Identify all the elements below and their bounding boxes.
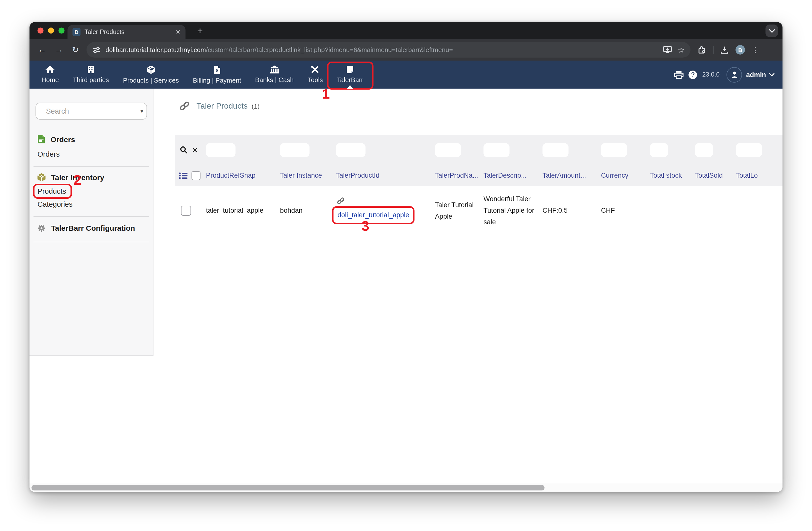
minimize-window-button[interactable]	[48, 28, 54, 33]
downloads-button[interactable]	[721, 46, 728, 54]
chevron-down-icon	[769, 29, 775, 33]
close-tab-icon[interactable]: ✕	[175, 29, 180, 36]
extensions-button[interactable]	[697, 45, 706, 54]
column-header[interactable]: Currency	[601, 172, 650, 179]
select-all-checkbox[interactable]	[191, 171, 201, 180]
new-tab-button[interactable]: +	[193, 25, 206, 38]
column-header[interactable]: ProductRefSnap	[206, 172, 280, 179]
column-header[interactable]: TalerProductId	[336, 172, 435, 179]
version-label: 23.0.0	[702, 71, 720, 78]
site-settings-icon[interactable]	[92, 46, 101, 53]
sidebar-link-categories[interactable]: Categories	[38, 200, 72, 208]
nav-item-billing-payment[interactable]: $ Billing | Payment	[186, 60, 248, 88]
sidebar-section-taler-inventory[interactable]: Taler Inventory	[38, 173, 153, 182]
filter-input-talerprodname[interactable]	[435, 143, 461, 157]
cell-currency: CHF	[601, 205, 650, 216]
top-menu-items: Home Third parties	[29, 60, 370, 88]
tools-icon	[311, 66, 319, 73]
nav-item-home[interactable]: Home	[34, 60, 66, 88]
print-icon[interactable]	[674, 70, 684, 79]
bookmark-star-icon[interactable]: ☆	[678, 45, 684, 54]
username-label[interactable]: admin	[746, 71, 766, 78]
row-checkbox[interactable]	[181, 206, 191, 215]
top-menu-right: ? 23.0.0 admin	[674, 60, 783, 88]
browser-menu-button[interactable]: ⋮	[752, 45, 759, 54]
sidebar-search-box[interactable]: ▾	[35, 102, 147, 120]
user-menu-chevron[interactable]	[769, 73, 774, 76]
sidebar-link-orders[interactable]: Orders	[38, 150, 60, 158]
reload-button[interactable]: ↻	[68, 45, 84, 55]
result-count: (1)	[252, 102, 260, 110]
cell-taler-instance: bohdan	[280, 205, 336, 216]
taler-product-link[interactable]: doli_taler_tutorial_apple	[337, 211, 409, 219]
tab-search-button[interactable]	[766, 25, 778, 37]
filter-input-taler-instance[interactable]	[280, 143, 309, 157]
annotation-step-2: 2	[73, 172, 81, 188]
sidebar-divider	[33, 216, 149, 217]
browser-profile-avatar[interactable]: B	[736, 45, 745, 55]
filter-input-total-stock[interactable]	[650, 143, 668, 157]
filter-input-totallost[interactable]	[736, 143, 762, 157]
nav-label: Third parties	[73, 76, 109, 84]
bank-icon	[270, 66, 279, 73]
toolbar-divider	[713, 46, 713, 54]
apply-filter-search-icon[interactable]	[180, 146, 188, 154]
filter-input-totalsold[interactable]	[695, 143, 713, 157]
cell-taleramount: CHF:0.5	[542, 205, 601, 216]
link-icon	[337, 197, 345, 205]
page-title-row: Taler Products (1)	[179, 101, 260, 111]
sidebar-divider	[33, 166, 149, 167]
search-input[interactable]	[45, 107, 141, 116]
taler-products-table: ✕	[175, 135, 783, 236]
search-dropdown-caret[interactable]: ▾	[141, 108, 143, 114]
horizontal-scrollbar-thumb[interactable]	[31, 485, 545, 490]
annotation-step-1: 1	[322, 86, 330, 102]
install-app-button[interactable]	[663, 46, 672, 54]
filter-input-talerdescription[interactable]	[483, 143, 509, 157]
annotation-red-box-2	[33, 184, 72, 199]
forward-button[interactable]: →	[50, 45, 68, 55]
url-host: dolibarr.tutorial.taler.potuzhnyi.com	[105, 46, 206, 54]
filter-input-currency[interactable]	[601, 143, 627, 157]
column-selector-icon[interactable]	[179, 172, 188, 179]
close-window-button[interactable]	[38, 28, 44, 33]
nav-item-third-parties[interactable]: Third parties	[66, 60, 116, 88]
page-title: Taler Products	[197, 102, 248, 111]
back-button[interactable]: ←	[33, 45, 50, 55]
column-header[interactable]: TotalLo	[736, 172, 783, 179]
maximize-window-button[interactable]	[58, 28, 64, 33]
sidebar-link-products[interactable]: Products	[38, 187, 66, 195]
person-icon	[730, 71, 738, 79]
nav-item-talerbarr[interactable]: TalerBarr	[330, 60, 371, 88]
user-avatar[interactable]	[726, 67, 742, 82]
filter-input-talerproductid[interactable]	[336, 143, 365, 157]
dolibarr-top-menu: Home Third parties	[29, 60, 783, 88]
nav-item-banks-cash[interactable]: Banks | Cash	[248, 60, 301, 88]
cube-icon	[38, 173, 45, 182]
column-header[interactable]: Taler Instance	[280, 172, 336, 179]
address-bar[interactable]: dolibarr.tutorial.taler.potuzhnyi.com/cu…	[87, 42, 691, 58]
nav-item-tools[interactable]: Tools	[301, 60, 330, 88]
column-header[interactable]: TalerProdNa...	[435, 172, 483, 179]
cell-talerproductid: doli_taler_tutorial_apple	[336, 197, 435, 224]
browser-tab[interactable]: D Taler Products ✕	[68, 25, 186, 39]
table-row: taler_tutorial_apple bohdan doli_taler_t…	[175, 186, 783, 236]
column-header[interactable]: TotalSold	[695, 172, 736, 179]
nav-label: Home	[42, 76, 59, 84]
clear-filter-icon[interactable]: ✕	[192, 146, 198, 154]
section-title: TalerBarr Configuration	[51, 224, 135, 232]
cell-talerprodname: Taler Tutorial Apple	[435, 199, 483, 222]
help-icon[interactable]: ?	[689, 70, 697, 79]
sidebar-section-orders[interactable]: Orders	[38, 135, 153, 144]
column-header[interactable]: TalerDescrip...	[483, 172, 542, 179]
filter-row: ✕	[175, 135, 783, 165]
filter-input-taleramount[interactable]	[542, 143, 568, 157]
nav-label: Billing | Payment	[193, 76, 241, 84]
filter-input-productrefsnap[interactable]	[206, 143, 235, 157]
document-icon	[38, 135, 45, 144]
annotation-red-box-3: doli_taler_tutorial_apple	[332, 206, 415, 224]
column-header[interactable]: Total stock	[650, 172, 695, 179]
nav-item-products-services[interactable]: Products | Services	[116, 60, 186, 88]
column-header[interactable]: TalerAmount...	[542, 172, 601, 179]
sidebar-section-talerbarr-configuration[interactable]: TalerBarr Configuration	[38, 224, 153, 232]
